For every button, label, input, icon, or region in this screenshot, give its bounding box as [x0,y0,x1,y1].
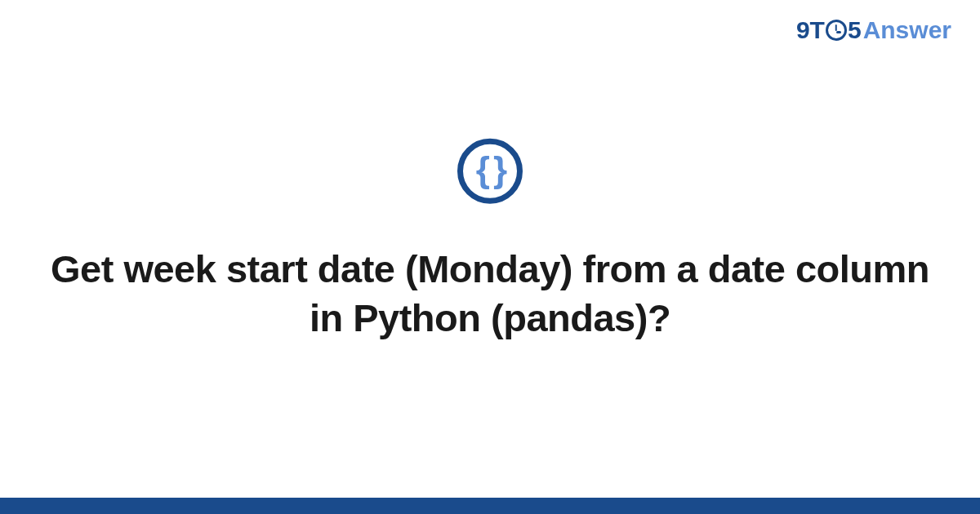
footer-accent-bar [0,498,980,514]
question-title: Get week start date (Monday) from a date… [0,245,980,343]
brand-text-answer: Answer [863,16,951,44]
brand-text-5: 5 [848,16,862,44]
brand-text-9t: 9T [796,16,825,44]
code-braces-icon: { } [457,139,523,204]
site-brand: 9T 5 Answer [796,16,951,44]
braces-glyph: { } [476,152,504,188]
main-content: { } Get week start date (Monday) from a … [0,139,980,343]
clock-icon [826,20,847,41]
